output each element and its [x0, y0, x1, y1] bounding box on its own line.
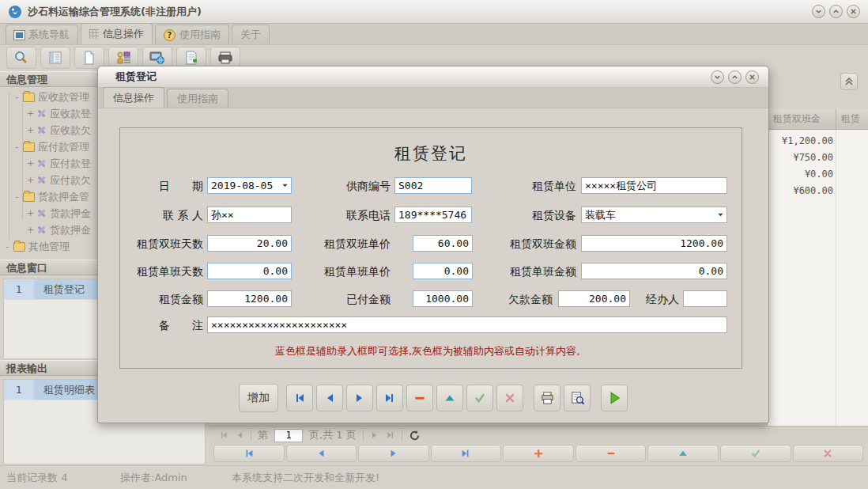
search-button[interactable]: [6, 47, 36, 69]
owed-amount-input[interactable]: [558, 290, 630, 307]
tree-toggle[interactable]: +: [26, 108, 35, 119]
table-row[interactable]: ¥0.00: [768, 166, 868, 183]
dialog-restore-button[interactable]: [728, 70, 742, 84]
table-row[interactable]: ¥1,200.00: [768, 133, 868, 150]
page-prev-icon[interactable]: [235, 430, 244, 440]
single-amount-input[interactable]: [581, 263, 727, 279]
run-button[interactable]: [601, 385, 628, 411]
contact-input[interactable]: [207, 207, 292, 223]
dialog-tab-info-ops[interactable]: 信息操作: [103, 87, 164, 108]
handler-input[interactable]: [683, 290, 727, 307]
record-cancel-button[interactable]: [793, 445, 864, 462]
table-row[interactable]: ¥600.00: [768, 183, 868, 199]
lease-amount-input[interactable]: [207, 290, 292, 307]
tree-toggle[interactable]: -: [13, 142, 21, 152]
prev-record-button[interactable]: [316, 385, 343, 411]
add-button[interactable]: 增加: [239, 384, 278, 412]
tree-toggle[interactable]: -: [3, 241, 12, 252]
form-row-3: 租赁双班天数 租赁双班单价 租赁双班金额: [120, 235, 742, 252]
first-record-button[interactable]: [286, 385, 313, 411]
tree-toggle[interactable]: +: [26, 208, 35, 218]
chevron-up-icon: [832, 8, 840, 15]
record-edit-button[interactable]: [647, 445, 719, 462]
remark-input[interactable]: [207, 317, 727, 333]
form-row-5: 租赁金额 已付金额 欠款金额 经办人: [120, 290, 742, 308]
refresh-icon[interactable]: [409, 430, 421, 442]
page-next-icon[interactable]: [370, 430, 379, 440]
separator: [251, 430, 251, 441]
window-close-button[interactable]: [847, 5, 860, 18]
edit-record-button[interactable]: [436, 385, 463, 411]
main-tab-bar: 系统导航 信息操作 使用指南 关于: [0, 24, 868, 45]
record-first-button[interactable]: [213, 445, 285, 462]
window-minimize-button[interactable]: [812, 5, 825, 18]
handler-label: 经办人: [636, 290, 679, 308]
supplier-code-input[interactable]: [394, 177, 472, 194]
tree-label: 应付款管理: [38, 140, 89, 154]
print-button[interactable]: [534, 385, 560, 411]
separator: [402, 430, 402, 441]
form-view-button[interactable]: [40, 47, 70, 69]
last-record-button[interactable]: [376, 385, 403, 411]
dialog-minimize-button[interactable]: [711, 70, 724, 84]
tree-toggle[interactable]: +: [26, 158, 35, 169]
dialog-title-bar[interactable]: 租赁登记: [98, 66, 768, 88]
tree-toggle[interactable]: +: [26, 125, 35, 135]
lease-unit-input[interactable]: [581, 177, 727, 194]
column-header-lease[interactable]: 租赁: [836, 108, 868, 129]
dialog-tab-guide[interactable]: 使用指南: [167, 89, 228, 108]
delete-record-button[interactable]: [406, 385, 433, 411]
table-row[interactable]: ¥750.00: [768, 150, 868, 166]
dialog-close-button[interactable]: [745, 70, 759, 84]
record-add-button[interactable]: [503, 445, 574, 462]
print-preview-button[interactable]: [564, 385, 591, 411]
date-select[interactable]: 2019-08-05: [207, 177, 292, 194]
next-record-button[interactable]: [346, 385, 373, 411]
tab-user-guide[interactable]: 使用指南: [155, 25, 229, 44]
record-confirm-button[interactable]: [720, 445, 791, 462]
equipment-select[interactable]: 装载车: [581, 207, 727, 223]
tab-system-nav[interactable]: 系统导航: [6, 25, 78, 44]
check-icon: [750, 448, 761, 459]
double-amount-input[interactable]: [581, 235, 727, 252]
play-icon: [607, 391, 621, 405]
record-prev-button[interactable]: [286, 445, 357, 462]
double-days-input[interactable]: [207, 235, 292, 252]
tree-toggle[interactable]: -: [13, 92, 21, 102]
list-item-number: 1: [4, 380, 34, 400]
column-header-lease-double-amount[interactable]: 租赁双班金: [768, 108, 836, 129]
close-icon: [850, 8, 857, 15]
last-icon: [460, 448, 471, 459]
tab-about[interactable]: 关于: [232, 25, 270, 44]
lease-form-panel: 租赁登记 日 期 2019-08-05 供商编号 租赁单位 联 系 人 联系电话: [119, 127, 742, 369]
tab-info-ops[interactable]: 信息操作: [81, 23, 153, 44]
collapse-panel-button[interactable]: [840, 73, 858, 90]
cancel-button[interactable]: [496, 385, 523, 411]
record-last-button[interactable]: [431, 445, 502, 462]
confirm-button[interactable]: [466, 385, 493, 411]
page-last-icon[interactable]: [386, 430, 395, 440]
single-price-input[interactable]: [413, 263, 473, 279]
record-delete-button[interactable]: [576, 445, 647, 462]
tree-toggle[interactable]: +: [26, 225, 35, 235]
window-restore-button[interactable]: [829, 5, 843, 18]
form-hint-note: 蓝色框是辅助录入框即可选择,灰色框为被辅助内容或自动计算内容。: [120, 344, 742, 358]
tool-icon: [36, 125, 47, 135]
tree-toggle[interactable]: -: [13, 191, 21, 202]
page-prefix-label: 第: [258, 428, 268, 442]
first-icon: [243, 448, 255, 459]
phone-input[interactable]: [394, 207, 472, 223]
chevron-down-icon: [815, 8, 822, 15]
single-days-input[interactable]: [207, 263, 292, 279]
tree-toggle[interactable]: +: [26, 175, 35, 185]
equipment-value: 装载车: [582, 208, 714, 222]
page-number-input[interactable]: [274, 429, 303, 442]
record-next-button[interactable]: [358, 445, 429, 462]
double-price-input[interactable]: [413, 235, 473, 252]
page-first-icon[interactable]: [219, 430, 228, 440]
tree-label: 货款押金: [50, 207, 91, 221]
x-icon: [504, 392, 516, 404]
equipment-label: 租赁设备: [527, 207, 576, 224]
paid-amount-input[interactable]: [413, 290, 473, 307]
tree-label: 应付款登: [50, 157, 91, 171]
